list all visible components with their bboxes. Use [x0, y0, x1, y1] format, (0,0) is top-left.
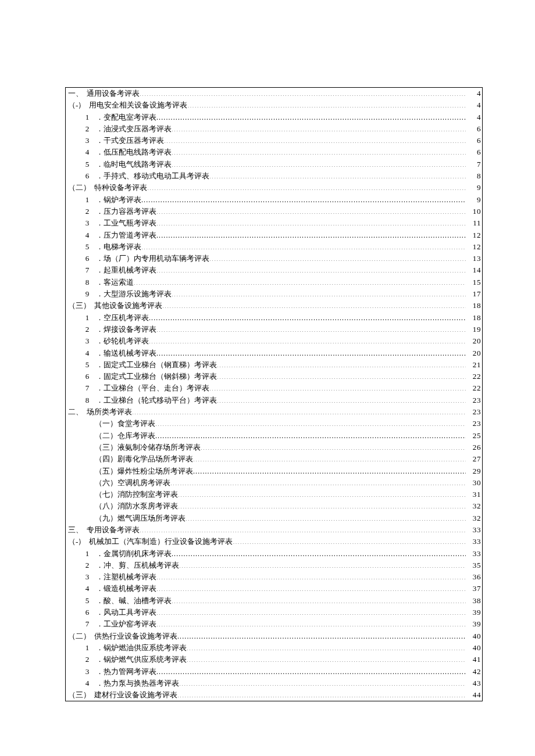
toc-leader-dots [209, 171, 466, 178]
toc-number: 2 [82, 654, 96, 665]
toc-entry: （二）特种设备考评表9 [66, 182, 482, 194]
toc-number: 2 [82, 560, 96, 571]
toc-title: ．手持式、移动式电动工具考评表 [96, 170, 209, 182]
toc-leader-dots [179, 678, 466, 686]
toc-title: ．压力管道考评表 [96, 230, 156, 241]
toc-number: 3 [82, 335, 96, 347]
toc-page-number: 8 [466, 170, 482, 182]
toc-title: 供热行业设备设施考评表 [94, 630, 177, 642]
toc-page-number: 38 [466, 595, 482, 607]
toc-title: 用电安全相关设备设施考评表 [89, 99, 187, 111]
toc-number: 3 [82, 571, 96, 583]
toc-entry: （六）空调机房考评表30 [66, 477, 482, 489]
toc-entry: 2．锅炉燃气供应系统考评表41 [66, 654, 482, 665]
toc-entry: （一）食堂考评表23 [66, 418, 482, 429]
toc-leader-dots [162, 300, 466, 308]
toc-number: 三、 [68, 524, 87, 536]
toc-page-number: 4 [466, 99, 482, 111]
toc-number: 4 [82, 146, 96, 158]
toc-number: 7 [82, 382, 96, 394]
toc-page-number: 40 [466, 642, 482, 654]
toc-number: 1 [82, 642, 96, 654]
toc-leader-dots [140, 525, 466, 532]
toc-leader-dots [177, 690, 466, 697]
toc-title: （一）食堂考评表 [95, 418, 155, 429]
toc-page-number: 41 [466, 654, 482, 665]
toc-title: ．大型游乐设施考评表 [96, 288, 172, 300]
toc-page-number: 29 [466, 465, 482, 477]
toc-number: 1 [82, 194, 96, 206]
toc-page-number: 20 [466, 347, 482, 359]
toc-leader-dots [156, 607, 466, 615]
toc-page-number: 22 [466, 382, 482, 394]
toc-title: ．固定式工业梯台（钢直梯）考评表 [96, 359, 217, 371]
toc-entry: 6．风动工具考评表39 [66, 607, 482, 618]
toc-entry: （-）用电安全相关设备设施考评表4 [66, 99, 482, 111]
toc-title: ．热力管网考评表 [96, 666, 156, 678]
toc-leader-dots [164, 135, 466, 143]
toc-leader-dots [187, 643, 466, 650]
toc-leader-dots [155, 418, 466, 426]
toc-entry: 1．空压机考评表18 [66, 312, 482, 324]
toc-leader-dots [156, 572, 466, 579]
toc-entry: 5．酸、碱、油槽考评表38 [66, 595, 482, 607]
toc-number: 一、 [68, 88, 87, 99]
toc-page-number: 17 [466, 288, 482, 300]
toc-leader-dots [209, 253, 466, 261]
toc-number: 二、 [68, 406, 87, 418]
toc-page-number: 32 [466, 500, 482, 512]
toc-number: （-） [68, 99, 89, 111]
toc-title: ．焊接设备考评表 [96, 324, 156, 335]
toc-page-number: 39 [466, 618, 482, 630]
toc-leader-dots [170, 478, 466, 485]
toc-title: （四）剧毒化学品场所考评表 [95, 453, 193, 465]
toc-page-number: 19 [466, 324, 482, 335]
toc-page-number: 18 [466, 312, 482, 324]
toc-title: ．电梯考评表 [96, 241, 141, 253]
toc-entry: 一、通用设备考评表4 [66, 88, 482, 99]
toc-title: ．工业梯台（平台、走台）考评表 [96, 382, 209, 394]
toc-leader-dots [209, 383, 466, 390]
toc-title: ．场（厂）内专用机动车辆考评表 [96, 253, 209, 264]
toc-page-number: 4 [466, 112, 482, 123]
toc-title: ．空压机考评表 [96, 312, 149, 324]
toc-number: 2 [82, 206, 96, 217]
toc-page-number: 35 [466, 560, 482, 571]
toc-entry: （-）机械加工（汽车制造）行业设备设施考评表33 [66, 536, 482, 547]
toc-leader-dots [172, 596, 466, 603]
toc-number: 4 [82, 678, 96, 689]
toc-entry: （四）剧毒化学品场所考评表27 [66, 453, 482, 465]
toc-leader-dots [193, 465, 466, 473]
toc-title: 机械加工（汽车制造）行业设备设施考评表 [89, 536, 233, 547]
toc-title: ．注塑机械考评表 [96, 571, 156, 583]
toc-entry: 4．输送机械考评表20 [66, 347, 482, 359]
toc-number: 9 [82, 288, 96, 300]
toc-page-number: 36 [466, 571, 482, 583]
toc-title: ．低压配电线路考评表 [96, 146, 172, 158]
toc-page-number: 26 [466, 442, 482, 453]
toc-leader-dots [178, 489, 466, 497]
toc-entry: （三）液氨制冷储存场所考评表26 [66, 442, 482, 453]
toc-page-number: 23 [466, 406, 482, 418]
toc-entry: 4．锻造机械考评表37 [66, 583, 482, 594]
toc-leader-dots [217, 371, 466, 379]
toc-leader-dots [156, 347, 466, 355]
toc-number: 2 [82, 324, 96, 335]
toc-page-number: 15 [466, 277, 482, 288]
toc-title: ．油浸式变压器考评表 [96, 123, 172, 135]
toc-leader-dots [178, 501, 466, 508]
toc-page-number: 33 [466, 524, 482, 536]
toc-number: 3 [82, 217, 96, 229]
toc-entry: 3．砂轮机考评表20 [66, 335, 482, 347]
toc-number: （三） [68, 300, 94, 311]
toc-leader-dots [201, 442, 466, 450]
toc-entry: （二）供热行业设备设施考评表40 [66, 630, 482, 642]
toc-title: （三）液氨制冷储存场所考评表 [95, 442, 201, 453]
toc-entry: 3．注塑机械考评表36 [66, 571, 482, 583]
toc-entry: 1．变配电室考评表4 [66, 112, 482, 123]
toc-title: 建材行业设备设施考评表 [94, 689, 177, 701]
toc-title: 场所类考评表 [87, 406, 132, 418]
toc-leader-dots [156, 583, 466, 591]
toc-leader-dots [132, 407, 466, 414]
toc-title: 专用设备考评表 [87, 524, 140, 536]
